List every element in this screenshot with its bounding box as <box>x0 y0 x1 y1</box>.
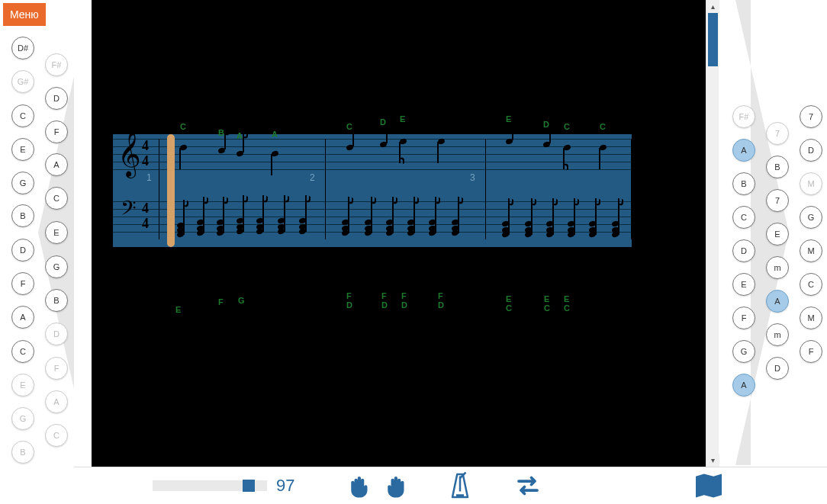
left-key-b[interactable]: B <box>11 441 34 464</box>
bass-clef-icon: 𝄢 <box>121 197 137 225</box>
right-key-e[interactable]: E <box>732 273 755 296</box>
left-key-g[interactable]: G <box>11 172 34 194</box>
treble-note <box>218 148 225 153</box>
note-label: D <box>380 117 386 127</box>
note-label: D <box>346 300 352 310</box>
note-label: D <box>401 300 407 310</box>
left-key-e[interactable]: E <box>11 374 34 396</box>
note-label: C <box>346 122 352 131</box>
note-label: B <box>218 128 224 137</box>
note-label: F <box>381 291 387 300</box>
treble-note <box>272 151 278 156</box>
left-key-c[interactable]: C <box>45 424 68 447</box>
loop-icon[interactable] <box>514 474 542 497</box>
treble-note <box>180 145 187 150</box>
right-key-c[interactable]: C <box>800 273 822 296</box>
treble-staff <box>113 139 632 177</box>
left-key-e[interactable]: E <box>11 138 34 161</box>
note-label: E <box>506 294 511 303</box>
note-label: E <box>400 114 405 124</box>
treble-note <box>346 145 353 150</box>
right-key-a[interactable]: A <box>732 139 755 162</box>
right-key-f[interactable]: F <box>732 307 755 329</box>
left-key-c[interactable]: C <box>45 187 68 210</box>
left-key-e[interactable]: E <box>45 221 68 244</box>
right-key-g[interactable]: G <box>800 206 822 229</box>
barline <box>485 139 486 239</box>
treble-note <box>543 142 550 147</box>
left-key-a[interactable]: A <box>45 153 68 176</box>
measure-number: 2 <box>310 172 315 183</box>
treble-clef-icon: 𝄞 <box>117 131 141 177</box>
right-key-d[interactable]: D <box>800 139 822 162</box>
map-icon[interactable] <box>694 473 723 499</box>
left-key-f[interactable]: F <box>11 272 34 295</box>
left-key-c[interactable]: C <box>11 340 34 363</box>
treble-note <box>400 139 407 144</box>
measure-number: 1 <box>146 172 152 183</box>
note-label: C <box>544 303 550 313</box>
treble-note <box>237 151 243 156</box>
left-key-a[interactable]: A <box>45 390 68 413</box>
right-key-7[interactable]: 7 <box>766 189 789 212</box>
treble-note <box>438 139 445 144</box>
right-key-g[interactable]: G <box>732 340 755 363</box>
left-key-d[interactable]: D <box>11 239 34 262</box>
note-label: E <box>544 294 549 303</box>
left-key-g[interactable]: G <box>11 407 34 430</box>
note-label: F <box>401 291 407 300</box>
right-key-d[interactable]: D <box>766 357 789 380</box>
menu-button[interactable]: Меню <box>3 3 46 26</box>
left-key-b[interactable]: B <box>45 289 68 312</box>
note-label: F <box>438 291 443 300</box>
tempo-thumb[interactable] <box>243 480 255 492</box>
right-key-7[interactable]: 7 <box>800 105 822 128</box>
right-key-a[interactable]: A <box>732 374 755 396</box>
hand-left-icon[interactable] <box>348 472 374 499</box>
right-key-m[interactable]: M <box>800 172 822 195</box>
right-key-a[interactable]: A <box>766 290 789 313</box>
time-sig-treble-top: 4 <box>142 139 149 152</box>
score-scrollbar[interactable]: ▴ ▾ <box>706 0 719 467</box>
right-key-m[interactable]: m <box>766 256 789 279</box>
right-key-m[interactable]: M <box>800 307 822 329</box>
left-key-a[interactable]: A <box>11 306 34 329</box>
scroll-up-icon[interactable]: ▴ <box>706 0 719 13</box>
right-key-f[interactable]: F <box>800 340 822 363</box>
right-key-e[interactable]: E <box>766 223 789 246</box>
note-label: D <box>381 300 388 310</box>
right-key-m[interactable]: m <box>766 323 789 346</box>
right-key-c[interactable]: C <box>732 206 755 229</box>
metronome-icon[interactable] <box>449 472 471 499</box>
right-key-b[interactable]: B <box>766 156 789 178</box>
time-sig-bass-top: 4 <box>142 201 149 215</box>
right-key-d[interactable]: D <box>732 239 755 262</box>
left-key-fsharp[interactable]: F# <box>45 53 68 76</box>
note-label: C <box>564 122 570 131</box>
left-key-dsharp[interactable]: D# <box>11 37 34 59</box>
left-key-b[interactable]: B <box>11 204 34 227</box>
note-label: C <box>600 122 606 131</box>
left-key-f[interactable]: F <box>45 120 68 143</box>
left-key-c[interactable]: C <box>11 104 34 127</box>
left-key-d[interactable]: D <box>45 323 68 345</box>
left-key-f[interactable]: F <box>45 357 68 380</box>
scroll-thumb[interactable] <box>708 13 718 66</box>
right-key-m[interactable]: M <box>800 239 822 262</box>
bass-staff <box>113 201 632 239</box>
scroll-down-icon[interactable]: ▾ <box>706 454 719 467</box>
note-label: C <box>180 122 186 131</box>
note-label: D <box>543 120 549 129</box>
right-key-7[interactable]: 7 <box>766 122 789 145</box>
note-label: F <box>218 297 224 307</box>
barline <box>631 139 632 239</box>
right-key-b[interactable]: B <box>732 172 755 195</box>
left-key-gsharp[interactable]: G# <box>11 70 34 93</box>
playhead[interactable] <box>167 134 175 247</box>
left-key-g[interactable]: G <box>45 255 68 278</box>
right-key-fsharp[interactable]: F# <box>732 105 755 128</box>
hand-right-icon[interactable] <box>385 472 410 499</box>
tempo-value: 97 <box>276 476 294 496</box>
left-key-d[interactable]: D <box>45 87 68 110</box>
tempo-slider[interactable] <box>153 480 267 491</box>
